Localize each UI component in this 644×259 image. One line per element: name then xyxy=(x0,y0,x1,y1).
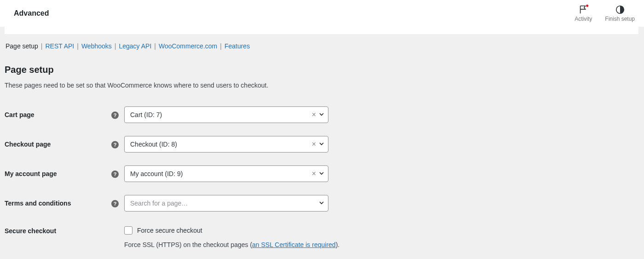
subtab-features[interactable]: Features xyxy=(224,42,250,50)
select-checkout-page[interactable]: Checkout (ID: 8) × xyxy=(124,136,328,153)
row-cart-page: Cart page ? Cart (ID: 7) × xyxy=(5,100,644,130)
subtab-legacy-api[interactable]: Legacy API xyxy=(119,42,151,50)
finish-setup-label: Finish setup xyxy=(605,16,635,22)
row-terms-page: Terms and conditions ? Search for a page… xyxy=(5,188,644,218)
force-secure-label[interactable]: Force secure checkout xyxy=(137,227,202,234)
page-title: Advanced xyxy=(14,9,49,18)
row-myaccount-page: My account page ? My account (ID: 9) × xyxy=(5,159,644,188)
label-secure-checkout: Secure checkout xyxy=(5,218,110,255)
ssl-cert-link[interactable]: an SSL Certificate is required xyxy=(252,241,336,248)
label-terms-page: Terms and conditions xyxy=(5,188,110,218)
row-secure-checkout: Secure checkout Force secure checkout Fo… xyxy=(5,218,644,255)
select-myaccount-page[interactable]: My account (ID: 9) × xyxy=(124,165,328,182)
help-icon[interactable]: ? xyxy=(111,112,119,119)
subtab-wc-com[interactable]: WooCommerce.com xyxy=(159,42,217,50)
progress-circle-icon xyxy=(615,5,625,15)
content: Page setup | REST API | Webhooks | Legac… xyxy=(0,27,644,259)
subtab-page-setup[interactable]: Page setup xyxy=(6,42,38,50)
section-description: These pages need to be set so that WooCo… xyxy=(5,82,644,89)
notice-placeholder xyxy=(5,27,638,34)
select-value: Cart (ID: 7) xyxy=(130,111,310,118)
secure-help-text: Force SSL (HTTPS) on the checkout pages … xyxy=(124,241,639,248)
label-cart-page: Cart page xyxy=(5,100,110,130)
top-actions: Activity Finish setup xyxy=(575,5,635,22)
force-secure-checkbox[interactable] xyxy=(124,226,132,235)
select-value: Checkout (ID: 8) xyxy=(130,141,310,148)
chevron-down-icon xyxy=(319,112,324,118)
top-bar: Advanced Activity Finish setup xyxy=(0,0,644,27)
select-placeholder: Search for a page… xyxy=(130,200,319,207)
clear-icon[interactable]: × xyxy=(310,140,318,148)
label-myaccount-page: My account page xyxy=(5,159,110,188)
row-checkout-page: Checkout page ? Checkout (ID: 8) × xyxy=(5,130,644,159)
select-cart-page[interactable]: Cart (ID: 7) × xyxy=(124,106,328,123)
section-title: Page setup xyxy=(5,65,644,75)
activity-button[interactable]: Activity xyxy=(575,5,592,22)
help-icon[interactable]: ? xyxy=(111,141,119,148)
chevron-down-icon xyxy=(319,200,324,206)
subtab-rest-api[interactable]: REST API xyxy=(45,42,74,50)
help-icon[interactable]: ? xyxy=(111,171,119,178)
subtab-webhooks[interactable]: Webhooks xyxy=(81,42,112,50)
finish-setup-button[interactable]: Finish setup xyxy=(605,5,635,22)
select-value: My account (ID: 9) xyxy=(130,170,310,177)
help-icon[interactable]: ? xyxy=(111,200,119,207)
sub-tabs: Page setup | REST API | Webhooks | Legac… xyxy=(5,34,644,50)
clear-icon[interactable]: × xyxy=(310,111,318,119)
chevron-down-icon xyxy=(319,171,324,177)
activity-label: Activity xyxy=(575,16,592,22)
settings-form: Cart page ? Cart (ID: 7) × Checkout page… xyxy=(5,100,644,255)
select-terms-page[interactable]: Search for a page… xyxy=(124,195,328,212)
label-checkout-page: Checkout page xyxy=(5,130,110,159)
flag-icon xyxy=(578,5,588,15)
clear-icon[interactable]: × xyxy=(310,170,318,178)
chevron-down-icon xyxy=(319,141,324,147)
